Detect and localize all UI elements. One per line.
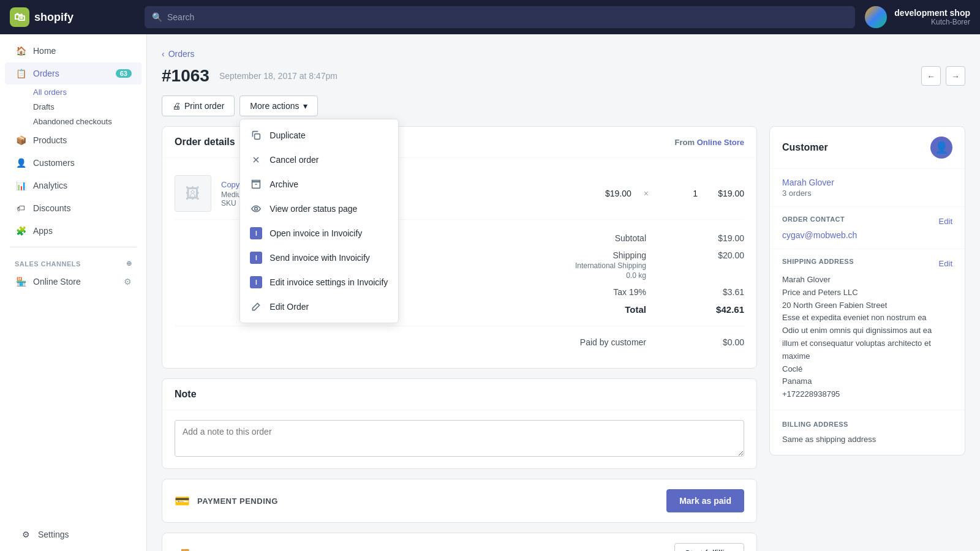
right-column: Customer 👤 Marah Glover 3 orders ORDER C…: [769, 126, 965, 551]
more-actions-menu: Duplicate Cancel order Archive: [239, 119, 399, 323]
menu-item-send-invoice[interactable]: I Send invoice with Invoicify: [240, 246, 398, 270]
send-invoice-label: Send invoice with Invoicify: [270, 253, 369, 263]
customer-section-label: Customer: [782, 142, 828, 153]
note-body: [162, 410, 756, 468]
shipping-address-text: Marah Glover Price and Peters LLC 20 Nor…: [782, 274, 952, 401]
copy-icon: [250, 129, 262, 141]
breadcrumb-orders: Orders: [168, 49, 195, 59]
next-order-button[interactable]: →: [946, 66, 965, 86]
start-fulfilling-label: Start fulfilling: [685, 549, 734, 551]
sidebar-item-analytics[interactable]: 📊 Analytics: [5, 174, 141, 197]
page-header-left: #1063 September 18, 2017 at 8:47pm: [162, 66, 337, 86]
subtotal-label: Subtotal: [548, 233, 646, 243]
menu-item-edit-invoice[interactable]: I Edit invoice settings in Invoicify: [240, 270, 398, 294]
edit-invoice-label: Edit invoice settings in Invoicify: [270, 277, 388, 287]
sidebar-item-customers[interactable]: 👤 Customers: [5, 152, 141, 174]
tax-label: Tax 19%: [548, 287, 646, 297]
note-textarea[interactable]: [175, 420, 744, 457]
times-symbol: ×: [644, 189, 649, 198]
menu-item-archive[interactable]: Archive: [240, 172, 398, 197]
paid-value: $0.00: [695, 337, 744, 347]
topnav-right: development shop Kutch-Borer: [865, 6, 970, 28]
online-store-settings-icon[interactable]: ⚙: [124, 277, 132, 287]
print-label: Print order: [184, 101, 224, 111]
add-channel-icon[interactable]: ⊕: [126, 260, 132, 268]
subtotal-value: $19.00: [695, 233, 744, 243]
customer-name[interactable]: Marah Glover: [782, 178, 952, 187]
archive-label: Archive: [270, 179, 298, 189]
fulfill-banner: 🚚 1 ITEM TO FULFILL Start fulfilling: [162, 533, 757, 551]
sidebar-item-products[interactable]: 📦 Products: [5, 129, 141, 151]
paid-row: Paid by customer $0.00: [175, 334, 744, 351]
shipping-sub: International Shipping: [575, 261, 646, 270]
more-actions-dropdown: More actions ▾ Duplicate Cancel order: [239, 96, 317, 116]
tax-value: $3.61: [695, 287, 744, 297]
item-price: $19.00: [595, 189, 631, 198]
analytics-icon: 📊: [15, 179, 27, 192]
main-content: ‹ Orders #1063 September 18, 2017 at 8:4…: [147, 34, 980, 551]
page-title: #1063: [162, 66, 209, 86]
sidebar-sub-drafts[interactable]: Drafts: [5, 100, 141, 114]
top-navigation: 🛍 shopify 🔍 development shop Kutch-Borer: [0, 0, 980, 34]
open-invoice-label: Open invoice in Invoicify: [270, 228, 362, 238]
discounts-icon: 🏷: [15, 202, 27, 214]
sidebar-item-apps[interactable]: 🧩 Apps: [5, 220, 141, 242]
sidebar-item-home[interactable]: 🏠 Home: [5, 40, 141, 62]
order-date: September 18, 2017 at 8:47pm: [219, 71, 337, 81]
mark-paid-label: Mark as paid: [679, 496, 731, 506]
shop-name: development shop: [894, 8, 970, 18]
print-order-button[interactable]: 🖨 Print order: [162, 96, 235, 116]
menu-item-duplicate[interactable]: Duplicate: [240, 123, 398, 148]
sidebar-item-orders[interactable]: 📋 Orders 63: [5, 62, 141, 84]
billing-address-text: Same as shipping address: [782, 433, 952, 446]
breadcrumb[interactable]: ‹ Orders: [162, 49, 965, 59]
printer-icon: 🖨: [172, 101, 181, 111]
all-orders-label: All orders: [33, 88, 67, 97]
start-fulfilling-button[interactable]: Start fulfilling: [674, 543, 744, 551]
sidebar: 🏠 Home 📋 Orders 63 All orders Drafts Aba…: [0, 34, 147, 551]
customer-card-header: Customer 👤: [770, 127, 965, 169]
home-icon: 🏠: [15, 45, 27, 57]
fulfill-label: 1 ITEM TO FULFILL: [197, 549, 276, 552]
x-icon: [250, 154, 262, 166]
shopify-bag-icon: 🛍: [10, 7, 29, 27]
archive-icon: [250, 178, 262, 190]
shipping-address-section: SHIPPING ADDRESS Edit Marah Glover Price…: [770, 249, 965, 410]
duplicate-label: Duplicate: [270, 130, 305, 140]
search-icon: 🔍: [152, 12, 162, 22]
billing-address-label: BILLING ADDRESS: [782, 421, 848, 428]
menu-item-view-status[interactable]: View order status page: [240, 197, 398, 221]
more-actions-button[interactable]: More actions ▾: [239, 96, 317, 116]
note-label: Note: [175, 389, 197, 400]
contact-email[interactable]: cygav@mobweb.ch: [782, 230, 952, 240]
logo-text: shopify: [34, 11, 74, 24]
search-bar[interactable]: 🔍: [145, 6, 855, 28]
menu-item-open-invoice[interactable]: I Open invoice in Invoicify: [240, 221, 398, 246]
paid-label: Paid by customer: [548, 337, 646, 347]
svg-point-2: [255, 208, 258, 211]
toolbar: 🖨 Print order More actions ▾ Duplicate: [162, 96, 965, 116]
prev-order-button[interactable]: ←: [921, 66, 941, 86]
search-input[interactable]: [167, 12, 848, 22]
menu-item-cancel[interactable]: Cancel order: [240, 148, 398, 172]
settings-label: Settings: [38, 530, 69, 539]
billing-address-section: BILLING ADDRESS Same as shipping address: [770, 410, 965, 455]
menu-item-edit-order[interactable]: Edit Order: [240, 294, 398, 319]
sidebar-item-online-store[interactable]: 🏪 Online Store ⚙: [5, 271, 141, 293]
edit-order-icon: [250, 301, 262, 313]
shipping-edit-link[interactable]: Edit: [939, 259, 952, 268]
mark-as-paid-button[interactable]: Mark as paid: [666, 489, 744, 512]
sidebar-item-settings[interactable]: ⚙ Settings: [10, 523, 137, 545]
sidebar-sub-abandoned[interactable]: Abandoned checkouts: [5, 114, 141, 129]
sidebar-sub-all-orders[interactable]: All orders: [5, 85, 141, 99]
order-details-label: Order details: [175, 137, 235, 148]
contact-edit-link[interactable]: Edit: [939, 217, 952, 226]
eye-icon: [250, 203, 262, 215]
shop-avatar: [865, 6, 887, 28]
sidebar-label-analytics: Analytics: [33, 181, 67, 190]
sidebar-item-discounts[interactable]: 🏷 Discounts: [5, 197, 141, 219]
more-actions-label: More actions: [250, 101, 299, 111]
customers-icon: 👤: [15, 157, 27, 169]
shipping-label: Shipping International Shipping 0.0 kg: [548, 250, 646, 280]
sidebar-label-apps: Apps: [33, 226, 53, 236]
